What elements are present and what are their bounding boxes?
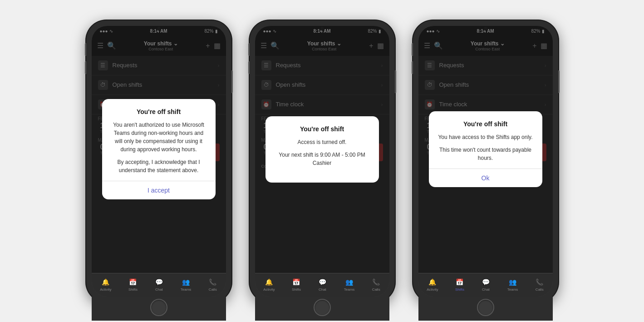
nav-calls-2[interactable]: 📞 Calls (372, 277, 381, 292)
nav-activity-3[interactable]: 🔔 Activity (427, 277, 438, 292)
modal-body-2: Access is turned off. Your next shift is… (274, 138, 371, 167)
modal-body-3: You have access to the Shifts app only. … (437, 133, 534, 162)
home-button-1[interactable] (150, 299, 167, 316)
screen-3: ●●● ∿ 8:14 AM 82% ▮ ☰ 🔍 Your shif (418, 26, 553, 297)
calls-label-2: Calls (372, 287, 380, 292)
phone-3: ●●● ∿ 8:14 AM 82% ▮ ☰ 🔍 Your shif (413, 20, 558, 302)
modal-title-1: You're off shift (110, 108, 207, 115)
nav-shifts-2[interactable]: 📅 Shifts (292, 277, 301, 292)
calls-label: Calls (209, 287, 217, 292)
shifts-label-3: Shifts (455, 287, 464, 292)
nav-chat-2[interactable]: 💬 Chat (318, 277, 327, 292)
nav-calls-3[interactable]: 📞 Calls (535, 277, 544, 292)
teams-icon-2: 👥 (345, 277, 354, 287)
calls-icon: 📞 (208, 277, 217, 287)
calls-label-3: Calls (536, 287, 544, 292)
front-camera (157, 27, 161, 30)
modal-overlay-2: You're off shift Access is turned off. Y… (255, 26, 389, 273)
activity-label: Activity (100, 287, 111, 292)
modal-1: You're off shift You aren't authorized t… (102, 99, 216, 199)
home-section-3 (418, 297, 553, 321)
activity-icon: 🔔 (101, 277, 110, 287)
activity-icon-2: 🔔 (265, 277, 274, 287)
shifts-icon-3: 📅 (455, 277, 464, 287)
bottom-nav-2: 🔔 Activity 📅 Shifts 💬 Chat 👥 Teams (255, 273, 389, 297)
chat-icon: 💬 (154, 277, 163, 287)
activity-icon-3: 🔔 (428, 277, 437, 287)
modal-para-2: By accepting, I acknowledge that I under… (110, 158, 207, 174)
chat-label-3: Chat (482, 287, 490, 292)
modal-accept-button[interactable]: I accept (110, 181, 207, 199)
modal-access-shifts: You have access to the Shifts app only. (437, 133, 534, 141)
modal-access-off: Access is turned off. (274, 138, 371, 146)
phone-2: ●●● ∿ 8:14 AM 82% ▮ ☰ 🔍 Your shif (250, 20, 395, 302)
modal-3: You're off shift You have access to the … (429, 111, 542, 187)
shifts-icon-2: 📅 (292, 277, 301, 287)
nav-chat-3[interactable]: 💬 Chat (481, 277, 490, 292)
modal-overlay-1: You're off shift You aren't authorized t… (92, 26, 226, 273)
modal-ok-button[interactable]: Ok (437, 169, 534, 187)
home-section-1 (92, 297, 226, 321)
phone-1-screen: ●●● ∿ 8:14 AM 82% ▮ ☰ 🔍 (92, 26, 226, 297)
shifts-icon: 📅 (128, 277, 138, 287)
nav-teams-3[interactable]: 👥 Teams (507, 277, 518, 292)
nav-teams-2[interactable]: 👥 Teams (344, 277, 355, 292)
shifts-label-2: Shifts (292, 287, 301, 292)
teams-label-2: Teams (344, 287, 355, 292)
nav-activity[interactable]: 🔔 Activity (100, 277, 111, 292)
teams-label: Teams (181, 287, 192, 292)
modal-title-3: You're off shift (437, 120, 534, 128)
front-camera-2 (320, 27, 324, 30)
nav-teams[interactable]: 👥 Teams (181, 277, 192, 292)
bottom-nav-1: 🔔 Activity 📅 Shifts 💬 Chat 👥 Teams (92, 273, 226, 297)
power-button-2 (395, 70, 396, 93)
nav-calls[interactable]: 📞 Calls (208, 277, 217, 292)
shifts-label: Shifts (128, 287, 138, 292)
power-button (231, 70, 233, 93)
phone-2-screen: ●●● ∿ 8:14 AM 82% ▮ ☰ 🔍 Your shif (255, 26, 389, 297)
screen-2: ●●● ∿ 8:14 AM 82% ▮ ☰ 🔍 Your shif (255, 26, 389, 297)
power-button-3 (558, 70, 560, 93)
phones-container: ●●● ∿ 8:14 AM 82% ▮ ☰ 🔍 (86, 20, 558, 302)
nav-shifts[interactable]: 📅 Shifts (128, 277, 138, 292)
home-button-2[interactable] (314, 299, 331, 316)
nav-chat[interactable]: 💬 Chat (154, 277, 163, 292)
chat-label: Chat (155, 287, 163, 292)
modal-body-1: You aren't authorized to use Microsoft T… (110, 121, 207, 174)
home-button-3[interactable] (477, 299, 494, 316)
chat-icon-3: 💬 (481, 277, 490, 287)
nav-shifts-3[interactable]: 📅 Shifts (455, 277, 464, 292)
teams-label-3: Teams (507, 287, 518, 292)
nav-activity-2[interactable]: 🔔 Activity (263, 277, 275, 292)
bottom-nav-3: 🔔 Activity 📅 Shifts 💬 Chat 👥 Teams (418, 273, 553, 297)
modal-overlay-3: You're off shift You have access to the … (418, 26, 553, 273)
modal-title-2: You're off shift (274, 125, 371, 133)
modal-para-1: You aren't authorized to use Microsoft T… (110, 121, 207, 154)
phone-1: ●●● ∿ 8:14 AM 82% ▮ ☰ 🔍 (86, 20, 231, 302)
activity-label-2: Activity (263, 287, 275, 292)
front-camera-3 (484, 27, 487, 30)
calls-icon-2: 📞 (372, 277, 381, 287)
activity-label-3: Activity (427, 287, 438, 292)
chat-label-2: Chat (319, 287, 326, 292)
screen-1: ●●● ∿ 8:14 AM 82% ▮ ☰ 🔍 (92, 26, 226, 297)
chat-icon-2: 💬 (318, 277, 327, 287)
teams-icon-3: 👥 (508, 277, 517, 287)
calls-icon-3: 📞 (535, 277, 544, 287)
teams-icon: 👥 (182, 277, 191, 287)
home-section-2 (255, 297, 389, 321)
modal-no-count: This time won't count towards payable ho… (437, 146, 534, 162)
phone-3-screen: ●●● ∿ 8:14 AM 82% ▮ ☰ 🔍 Your shif (418, 26, 553, 297)
modal-next-shift: Your next shift is 9:00 AM - 5:00 PM Cas… (274, 151, 371, 167)
modal-2: You're off shift Access is turned off. Y… (265, 116, 379, 183)
